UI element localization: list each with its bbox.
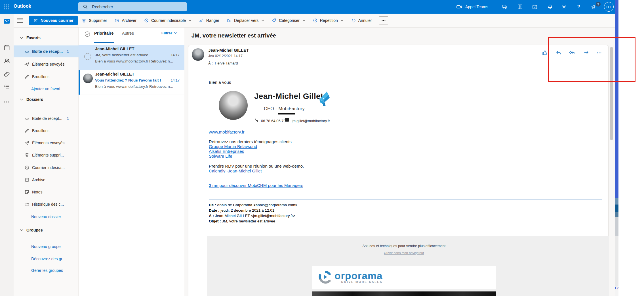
sidebar-item-notes[interactable]: Notes	[14, 186, 79, 198]
mail-module-icon[interactable]	[3, 18, 10, 25]
sidebar-item-junk[interactable]: Courrier indésira...	[14, 162, 79, 174]
discover-groups-link[interactable]: Découvrez des gr...	[14, 253, 79, 265]
origami-bird-logo-icon	[314, 89, 331, 107]
groups-section-header[interactable]: Groupes	[20, 226, 43, 234]
phone-icon	[255, 118, 259, 122]
manage-groups-link[interactable]: Gérer les groupes	[14, 264, 79, 276]
calendar-module-icon[interactable]	[3, 44, 10, 51]
my-day-calendar-icon[interactable]	[532, 4, 538, 10]
video-camera-icon	[456, 4, 462, 10]
new-mail-label: Nouveau courrier	[41, 18, 73, 23]
snooze-button[interactable]: Répétition	[309, 15, 347, 26]
sweep-button[interactable]: Ranger	[195, 15, 223, 26]
message-list-header: Prioritaire Autres Filtrer	[79, 28, 184, 44]
testimonial-link-1[interactable]: Groupe Martin Belaysoud	[209, 144, 257, 149]
account-avatar[interactable]: HT	[604, 2, 614, 12]
undo-label: Annuler	[358, 18, 372, 23]
app-rail	[0, 14, 14, 296]
favorites-title: Favoris	[26, 36, 41, 40]
whats-new-megaphone-icon[interactable]	[591, 4, 596, 10]
junk-mail-button[interactable]: Courrier indésirable	[140, 15, 195, 26]
sidebar-item-sent-favorite[interactable]: Éléments envoyés	[14, 58, 79, 70]
reply-all-icon[interactable]	[569, 50, 576, 56]
like-icon[interactable]	[542, 50, 548, 56]
sidebar-item-deleted[interactable]: Éléments suppri...	[14, 149, 79, 161]
testimonial-link-2[interactable]: Alsatis Entreprises	[209, 149, 244, 154]
filter-button[interactable]: Filtrer	[161, 31, 177, 35]
testimonial-link-3[interactable]: Solware Life	[209, 154, 232, 159]
email-subject: JM, votre newsletter est arrivée	[191, 32, 276, 39]
read-indicator-circle[interactable]	[84, 53, 91, 60]
message-row-unread[interactable]: Jean-Michel GILLET Vous l'attendiez ? No…	[79, 70, 184, 95]
add-favorite-link[interactable]: Ajouter un favori	[14, 83, 79, 95]
attachments-module-icon[interactable]	[3, 70, 10, 77]
onenote-feed-icon[interactable]	[517, 4, 523, 10]
help-icon[interactable]: ?	[576, 4, 582, 10]
sidebar-item-archive[interactable]: Archive	[14, 174, 79, 186]
categorize-label: Catégoriser	[279, 18, 299, 23]
undo-button[interactable]: Annuler	[347, 15, 376, 26]
chevron-down-icon	[20, 229, 23, 231]
message-row-selected[interactable]: Jean-Michel GILLET JM, votre newsletter …	[79, 45, 184, 70]
categorize-button[interactable]: Catégoriser	[268, 15, 309, 26]
tab-other[interactable]: Autres	[122, 31, 134, 36]
sidebar-item-history[interactable]: Historique des c...	[14, 198, 79, 210]
sliver-blue-segment	[615, 0, 618, 198]
chevron-down-icon	[174, 32, 177, 34]
background-window-sliver: Fa	[615, 0, 618, 296]
archive-label: Archiver	[122, 18, 136, 23]
sidebar-item-inbox[interactable]: Boîte de récept... 1	[14, 112, 79, 124]
tab-focused[interactable]: Prioritaire	[94, 31, 114, 36]
folders-section-header[interactable]: Dossiers	[20, 96, 43, 103]
sender-name: Jean-Michel GILLET	[208, 48, 249, 53]
sidebar-item-drafts[interactable]: Brouillons	[14, 125, 79, 137]
favorites-section-header[interactable]: Favoris	[20, 34, 41, 41]
trash-icon	[81, 18, 87, 23]
search-input[interactable]	[91, 4, 178, 9]
message-list: Prioritaire Autres Filtrer Jean-Michel G…	[79, 28, 184, 296]
tasks-module-icon[interactable]	[3, 83, 10, 90]
settings-gear-icon[interactable]	[561, 4, 567, 10]
delete-label: Supprimer	[89, 18, 107, 23]
people-module-icon[interactable]	[3, 57, 10, 64]
chat-icon[interactable]	[502, 4, 508, 10]
archive-button[interactable]: Archiver	[111, 15, 140, 26]
search-box[interactable]	[78, 2, 187, 11]
sidebar-item-drafts-favorite[interactable]: Brouillons	[14, 71, 79, 83]
open-in-browser-link[interactable]: Ouvrir dans mon navigateur	[312, 251, 496, 255]
signature-block: Jean-Michel Gillet CEO - MobiFactory	[209, 91, 606, 127]
notifications-bell-icon[interactable]	[547, 4, 553, 10]
pencil-icon	[24, 74, 30, 80]
more-actions-icon[interactable]	[597, 52, 601, 53]
reading-pane: JM, votre newsletter est arrivée	[184, 28, 615, 296]
calendly-link[interactable]: Calendly -Jean-Michel Gillet	[209, 168, 262, 173]
forward-icon[interactable]	[583, 50, 589, 56]
select-all-icon[interactable]	[84, 31, 91, 37]
new-mail-button[interactable]: Nouveau courrier	[29, 16, 78, 25]
move-to-button[interactable]: Déplacer vers	[223, 15, 268, 26]
folder-pane: Favoris Boîte de récep... 1 Éléments env…	[14, 28, 79, 296]
new-folder-link[interactable]: Nouveau dossier	[14, 211, 79, 223]
app-launcher-icon[interactable]	[4, 4, 9, 10]
top-bar: Outlook Appel Teams	[0, 0, 615, 14]
reply-icon[interactable]	[555, 50, 561, 56]
background-text-fragment: Fa	[615, 286, 618, 290]
reading-pane-scrollbar[interactable]	[610, 47, 613, 140]
chevron-down-icon	[302, 20, 305, 22]
new-group-link[interactable]: Nouveau groupe	[14, 241, 79, 253]
sidebar-item-sent[interactable]: Éléments envoyés	[14, 137, 79, 149]
corporama-wordmark: orporama	[334, 272, 382, 280]
mobicrm-link[interactable]: 3 mn pour découvrir MobiCRM pour les Man…	[209, 183, 303, 188]
message-preview: Bien à vous www.mobifactory.fr Retrouvez…	[95, 59, 174, 63]
more-apps-icon[interactable]	[3, 101, 10, 108]
sender-avatar[interactable]	[192, 48, 204, 61]
move-folder-icon	[227, 18, 232, 23]
sidebar-item-inbox-favorite[interactable]: Boîte de récep... 1	[14, 45, 79, 57]
undo-icon	[351, 18, 356, 23]
more-commands-button[interactable]	[379, 16, 388, 24]
rdv-text: Prendre RDV pour une réunion ou une web-…	[209, 164, 606, 168]
delete-button[interactable]: Supprimer	[78, 15, 111, 26]
hamburger-menu-icon[interactable]	[17, 18, 23, 23]
teams-call-button[interactable]: Appel Teams	[456, 0, 488, 14]
website-link[interactable]: www.mobifactory.fr	[209, 130, 245, 134]
